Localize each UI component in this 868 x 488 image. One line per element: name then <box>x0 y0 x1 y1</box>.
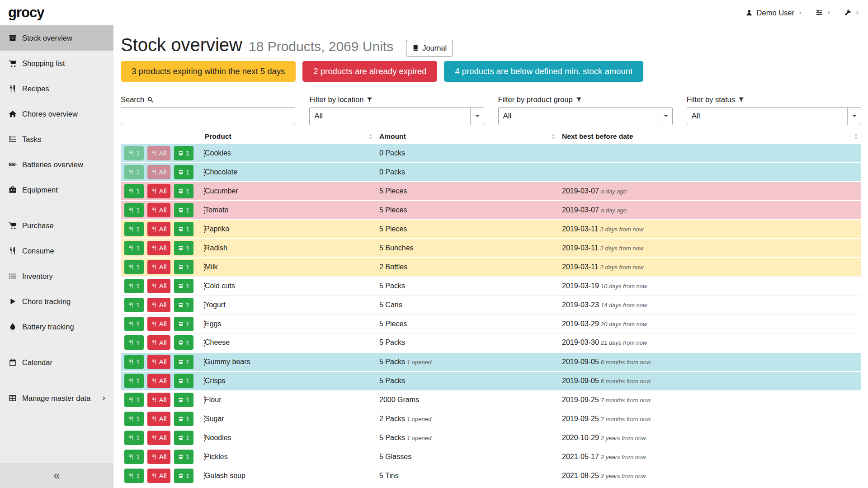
consume-all-button[interactable]: All <box>147 393 171 407</box>
sidebar-item-battery-tracking[interactable]: Battery tracking <box>0 314 113 339</box>
open-one-button[interactable]: 1 <box>174 146 193 160</box>
sidebar-nav: Stock overview Shopping list Recipes Cho… <box>0 25 113 411</box>
consume-one-button[interactable]: 1 <box>124 450 144 464</box>
sidebar-item-inventory[interactable]: Inventory <box>0 263 113 289</box>
open-one-button[interactable]: 1 <box>174 184 193 198</box>
product-column-header[interactable]: Product <box>201 130 376 144</box>
settings-menu[interactable] <box>816 9 831 16</box>
consume-one-button[interactable]: 1 <box>124 317 144 331</box>
consume-all-button[interactable]: All <box>147 374 171 388</box>
consume-one-button[interactable]: 1 <box>124 165 144 179</box>
sidebar-item-stock-overview[interactable]: Stock overview <box>0 25 113 51</box>
row-actions: 1 All 1 ⋮ <box>121 428 201 447</box>
admin-menu[interactable] <box>844 9 860 16</box>
sidebar-collapse-button[interactable]: « <box>0 463 113 488</box>
consume-all-button[interactable]: All <box>147 355 171 369</box>
consume-one-button[interactable]: 1 <box>124 279 144 293</box>
sidebar-item-shopping-list[interactable]: Shopping list <box>0 51 113 76</box>
consume-one-button[interactable]: 1 <box>124 241 144 255</box>
open-one-button[interactable]: 1 <box>174 355 193 369</box>
status-alerts: 3 products expiring within the next 5 da… <box>121 61 861 82</box>
consume-all-button[interactable]: All <box>147 298 171 312</box>
open-one-button[interactable]: 1 <box>174 298 193 312</box>
main-content: Stock overview 18 Products, 2069 Units J… <box>113 25 868 488</box>
open-one-button[interactable]: 1 <box>174 165 193 179</box>
consume-all-button[interactable]: All <box>147 335 171 350</box>
sidebar-item-purchase[interactable]: Purchase <box>0 213 113 238</box>
sidebar-item-manage-master-data[interactable]: Manage master data <box>0 385 113 411</box>
utensils-icon <box>128 169 134 175</box>
consume-one-button[interactable]: 1 <box>124 355 144 369</box>
product-group-filter-select[interactable]: All <box>498 107 673 125</box>
open-one-button[interactable]: 1 <box>174 279 193 293</box>
sidebar-item-batteries-overview[interactable]: Batteries overview <box>0 152 113 177</box>
sidebar-item-consume[interactable]: Consume <box>0 238 113 263</box>
consume-all-button[interactable]: All <box>147 203 171 217</box>
amount-column-header[interactable]: Amount <box>376 130 558 144</box>
sidebar-item-equipment[interactable]: Equipment <box>0 177 113 202</box>
open-one-button[interactable]: 1 <box>174 335 193 350</box>
open-one-button[interactable]: 1 <box>174 450 193 464</box>
product-cell: Gulash soup <box>201 466 376 485</box>
consume-all-button[interactable]: All <box>147 412 171 426</box>
app-logo[interactable]: grocy <box>8 5 44 21</box>
status-filter-select[interactable]: All <box>687 107 861 125</box>
utensils-icon <box>151 188 157 194</box>
box-open-icon <box>178 473 184 479</box>
consume-all-button[interactable]: All <box>147 146 171 160</box>
filter-icon <box>576 97 582 103</box>
status-filter-button[interactable]: 3 products expiring within the next 5 da… <box>121 61 296 82</box>
status-filter-button[interactable]: 4 products are below defined min. stock … <box>444 61 643 82</box>
status-filter: Filter by status All <box>687 95 861 125</box>
open-one-button[interactable]: 1 <box>174 317 193 331</box>
consume-one-button[interactable]: 1 <box>124 260 144 274</box>
consume-one-button[interactable]: 1 <box>124 374 144 388</box>
sidebar-item-tasks[interactable]: Tasks <box>0 127 113 152</box>
open-one-button[interactable]: 1 <box>174 431 193 445</box>
consume-all-button[interactable]: All <box>147 184 171 198</box>
table-row: 1 All 1 ⋮ Yogurt 5 Cans 2019-03-2314 day… <box>121 296 861 314</box>
open-one-button[interactable]: 1 <box>174 412 193 426</box>
status-filter-button[interactable]: 2 products are already expired <box>302 61 437 82</box>
open-one-button[interactable]: 1 <box>174 393 193 407</box>
open-one-button[interactable]: 1 <box>174 260 193 274</box>
consume-all-button[interactable]: All <box>147 469 171 483</box>
consume-one-button[interactable]: 1 <box>124 412 144 426</box>
open-one-button[interactable]: 1 <box>174 469 193 483</box>
sidebar-item-recipes[interactable]: Recipes <box>0 76 113 101</box>
open-one-button[interactable]: 1 <box>174 374 193 388</box>
consume-all-button[interactable]: All <box>147 260 171 274</box>
sidebar-item-calendar[interactable]: Calendar <box>0 350 113 375</box>
user-menu[interactable]: Demo User <box>745 9 803 17</box>
consume-one-button[interactable]: 1 <box>124 222 144 236</box>
consume-one-button[interactable]: 1 <box>124 146 144 160</box>
consume-all-button[interactable]: All <box>147 241 171 255</box>
open-one-button[interactable]: 1 <box>174 203 193 217</box>
consume-all-button[interactable]: All <box>147 222 171 236</box>
consume-one-button[interactable]: 1 <box>124 203 144 217</box>
consume-one-button[interactable]: 1 <box>124 431 144 445</box>
sidebar-item-chores-overview[interactable]: Chores overview <box>0 101 113 127</box>
product-cell: Cold cuts <box>201 277 376 296</box>
consume-one-button[interactable]: 1 <box>124 393 144 407</box>
utensils-icon <box>128 416 134 422</box>
open-one-button[interactable]: 1 <box>174 222 193 236</box>
open-one-button[interactable]: 1 <box>174 241 193 255</box>
consume-one-button[interactable]: 1 <box>124 298 144 312</box>
consume-all-button[interactable]: All <box>147 431 171 445</box>
consume-one-button[interactable]: 1 <box>124 184 144 198</box>
journal-button[interactable]: Journal <box>406 40 453 56</box>
consume-one-button[interactable]: 1 <box>124 469 144 483</box>
consume-all-button[interactable]: All <box>147 165 171 179</box>
row-actions: 1 All 1 ⋮ <box>121 201 201 220</box>
search-input[interactable] <box>121 107 295 125</box>
table-row: 1 All 1 ⋮ Cookies 0 Packs <box>121 144 861 163</box>
consume-all-button[interactable]: All <box>147 279 171 293</box>
best-before-column-header[interactable]: Next best before date <box>558 130 861 144</box>
consume-all-button[interactable]: All <box>147 317 171 331</box>
date-cell: 2019-03-3021 days from now <box>558 333 861 352</box>
consume-one-button[interactable]: 1 <box>124 335 144 350</box>
consume-all-button[interactable]: All <box>147 450 171 464</box>
location-filter-select[interactable]: All <box>309 107 484 125</box>
sidebar-item-chore-tracking[interactable]: Chore tracking <box>0 289 113 314</box>
